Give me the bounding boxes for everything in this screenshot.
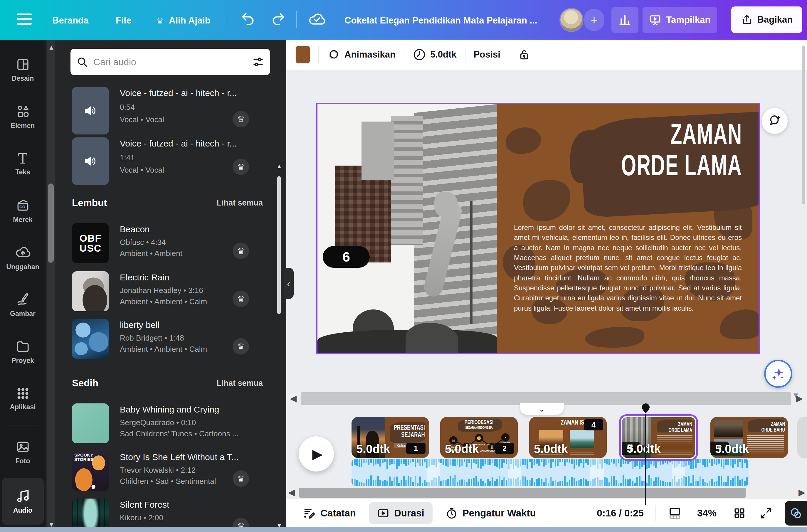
- menu-home[interactable]: Beranda: [52, 15, 89, 26]
- audio-thumbnail[interactable]: [72, 137, 109, 185]
- timeline-collapse-chevron[interactable]: ⌄: [520, 403, 564, 415]
- sidebar-item-brand[interactable]: CO. Merek: [2, 189, 44, 233]
- sidebar-item-draw[interactable]: Gambar: [2, 283, 44, 327]
- track-title[interactable]: Beacon: [120, 224, 150, 234]
- comment-plus-icon: [768, 114, 782, 128]
- track-title[interactable]: Baby Whining and Crying: [120, 404, 219, 415]
- panel-collapse-handle[interactable]: ‹: [284, 268, 294, 299]
- page-duration[interactable]: 5.0dtk: [356, 442, 390, 456]
- slide-body-text[interactable]: Lorem ipsum dolor sit amet, consectetur …: [514, 223, 742, 313]
- sidebar-item-design[interactable]: Desain: [2, 48, 44, 92]
- page-duration[interactable]: 5.0dtk: [534, 442, 568, 456]
- menu-magic-switch[interactable]: Alih Ajaib: [169, 15, 210, 26]
- notes-button[interactable]: Catatan: [303, 507, 356, 519]
- panel-right-scrollbar[interactable]: ▲ ▼: [276, 75, 282, 532]
- audio-panel: ▲ ▼ Voice - futzed - ai - hitech - r... …: [45, 40, 286, 532]
- timeline-view-icon[interactable]: [668, 506, 682, 520]
- slide-page[interactable]: 6 ZAMAN ORDE LAMA Lorem ipsum dolor sit …: [317, 104, 758, 353]
- overlay-extension-button[interactable]: [785, 501, 807, 526]
- sidebar-item-text[interactable]: T Teks: [2, 142, 44, 186]
- track-title[interactable]: Voice - futzed - ai - hitech - r...: [120, 138, 237, 149]
- track-title[interactable]: Voice - futzed - ai - hitech - r...: [120, 88, 237, 98]
- canvas-vscrollbar[interactable]: [802, 45, 805, 204]
- track-title[interactable]: liberty bell: [120, 320, 159, 330]
- menu-file[interactable]: File: [116, 15, 131, 26]
- lock-icon[interactable]: [518, 48, 531, 61]
- scroll-right-arrow[interactable]: ▶: [799, 488, 805, 497]
- play-button[interactable]: ▶: [299, 436, 334, 472]
- sidebar-item-photos[interactable]: Foto: [2, 430, 44, 474]
- sidebar-item-elements[interactable]: Elemen: [2, 95, 44, 139]
- cloud-saved-icon: [308, 11, 325, 28]
- timeline-page-5[interactable]: ZAMANORDE BARU 7 5.0dtk: [710, 417, 788, 458]
- sidebar-item-uploads[interactable]: Unggahan: [2, 236, 44, 280]
- undo-icon[interactable]: [240, 12, 256, 27]
- track-title[interactable]: Silent Forest: [120, 500, 169, 510]
- avatar[interactable]: [560, 9, 583, 31]
- scroll-left-arrow[interactable]: ◀: [290, 394, 297, 403]
- rings-icon: [789, 507, 803, 520]
- timeline-page-next-partial[interactable]: [797, 417, 807, 458]
- search-input[interactable]: [93, 56, 247, 68]
- album-art[interactable]: [72, 319, 109, 359]
- pro-crown-badge: ♛: [232, 291, 249, 307]
- menu-button[interactable]: [17, 14, 32, 26]
- track-title[interactable]: Story Is She Left Without a T...: [120, 452, 239, 462]
- scroll-right-arrow[interactable]: ▶: [796, 394, 803, 403]
- timeline-page-1[interactable]: PRESENTASISEJARAH Kelompok 7 5.0dtk 1: [352, 417, 429, 458]
- sidebar-item-apps[interactable]: Aplikasi: [2, 377, 44, 421]
- timeline-page-2[interactable]: PERIODESASISEJARAH INDONESIA ☠☪✊⌛◔ ZAMAN…: [440, 417, 518, 458]
- draw-icon: [16, 292, 30, 307]
- zoom-level[interactable]: 34%: [697, 508, 716, 519]
- see-all-link[interactable]: Lihat semua: [217, 198, 263, 208]
- scrollbar-thumb[interactable]: [299, 488, 746, 498]
- share-button[interactable]: Bagikan: [731, 6, 802, 33]
- scrollbar-thumb[interactable]: [48, 184, 54, 263]
- present-button[interactable]: Tampilkan: [642, 7, 717, 33]
- add-member-button[interactable]: +: [584, 9, 604, 31]
- page-duration[interactable]: 5.0dtk: [715, 442, 749, 456]
- add-comment-button[interactable]: [762, 108, 788, 134]
- grid-view-icon[interactable]: [733, 507, 746, 520]
- timeline-page-4-selected[interactable]: ZAMANORDE LAMA 6 5.0dtk: [619, 414, 698, 461]
- scroll-left-arrow[interactable]: ◀: [288, 488, 295, 497]
- timeline-bottom-scrollbar[interactable]: ◀ ▶: [289, 487, 805, 498]
- scroll-up-arrow[interactable]: ▲: [276, 163, 282, 170]
- svg-text:CO.: CO.: [19, 205, 26, 209]
- see-all-link[interactable]: Lihat semua: [217, 379, 263, 388]
- album-art[interactable]: [72, 403, 109, 443]
- slide-title-line2[interactable]: ORDE LAMA: [621, 150, 742, 180]
- duration-button[interactable]: 5.0dtk: [413, 48, 457, 61]
- redo-icon[interactable]: [271, 12, 286, 27]
- position-button[interactable]: Posisi: [474, 49, 501, 60]
- scroll-up-arrow[interactable]: ▲: [48, 44, 55, 51]
- sidebar-item-audio[interactable]: Audio: [2, 478, 44, 525]
- album-art[interactable]: [72, 271, 109, 311]
- magic-assistant-button[interactable]: [764, 360, 792, 388]
- timer-button[interactable]: Pengatur Waktu: [446, 507, 536, 519]
- panel-left-scrollbar[interactable]: ▲ ▼: [47, 40, 55, 532]
- page-duration[interactable]: 5.0dtk: [627, 442, 661, 455]
- share-label: Bagikan: [757, 14, 793, 25]
- playhead-line[interactable]: [645, 414, 646, 505]
- video-play-icon: [377, 507, 389, 519]
- track-genres: Ambient • Ambient: [120, 249, 182, 258]
- color-swatch[interactable]: [296, 46, 310, 63]
- audio-icon: [15, 488, 31, 504]
- audio-thumbnail[interactable]: [72, 87, 109, 134]
- track-title[interactable]: Electric Rain: [120, 272, 169, 282]
- filter-icon[interactable]: [252, 56, 264, 68]
- duration-tab-active[interactable]: Durasi: [369, 502, 433, 524]
- sidebar-item-projects[interactable]: Proyek: [2, 330, 44, 374]
- scrollbar-thumb[interactable]: [277, 176, 281, 314]
- album-art[interactable]: OBF USC: [72, 223, 109, 263]
- page-duration[interactable]: 5.0dtk: [445, 442, 479, 456]
- fullscreen-icon[interactable]: [759, 507, 772, 520]
- album-art[interactable]: SPOOKY STORIES: [72, 451, 109, 491]
- timeline-page-3[interactable]: ZAMAN ISLAM 5.0dtk 4: [529, 417, 607, 458]
- audio-waveform[interactable]: [352, 459, 749, 486]
- document-title[interactable]: Cokelat Elegan Pendidikan Mata Pelajaran…: [344, 15, 537, 26]
- insights-button[interactable]: [612, 7, 638, 33]
- animate-button[interactable]: Animasikan: [327, 48, 396, 61]
- slide-title-line1[interactable]: ZAMAN: [670, 119, 742, 149]
